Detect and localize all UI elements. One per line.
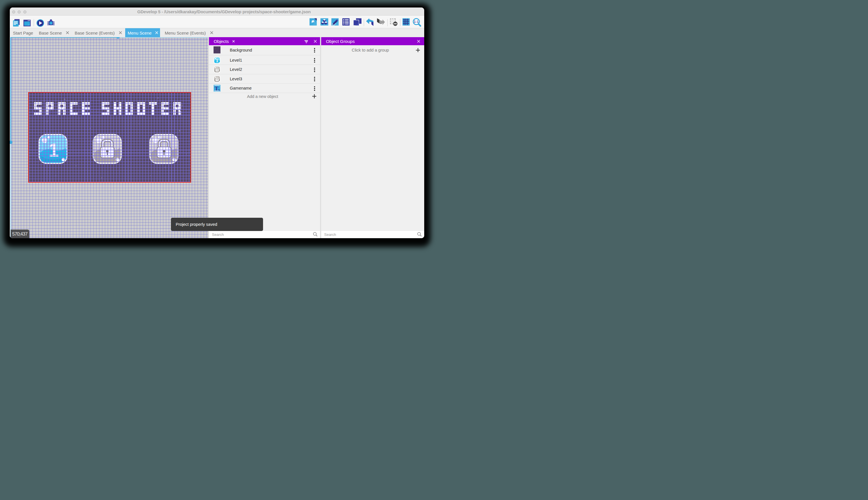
svg-text:1:1: 1:1 xyxy=(414,20,419,23)
svg-text:T: T xyxy=(214,86,218,92)
svg-text:x: x xyxy=(218,88,220,91)
svg-text:1: 1 xyxy=(216,58,218,63)
